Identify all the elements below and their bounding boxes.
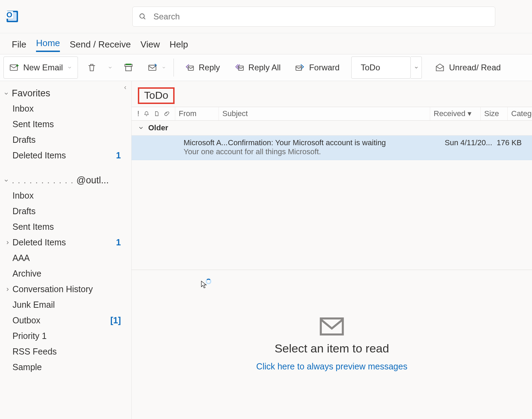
folder-count: [1]: [110, 315, 131, 325]
folder-count: 1: [116, 237, 131, 247]
mouse-cursor: [201, 281, 211, 288]
account-aaa[interactable]: AAA: [0, 250, 131, 266]
reply-button[interactable]: Reply: [179, 56, 225, 79]
favorites-drafts[interactable]: Drafts: [0, 132, 131, 148]
column-icons[interactable]: !: [132, 107, 175, 120]
favorites-header[interactable]: Favorites: [0, 85, 131, 101]
tab-home[interactable]: Home: [36, 38, 60, 52]
search-input[interactable]: [153, 12, 489, 21]
account-rss-feeds[interactable]: RSS Feeds: [0, 344, 131, 359]
reply-label: Reply: [199, 63, 220, 72]
folder-label: Archive: [12, 269, 41, 279]
busy-spinner-icon: [206, 279, 211, 284]
folder-count: 1: [116, 150, 131, 160]
sort-desc-icon: ▾: [468, 109, 471, 118]
list-header: ToDo: [132, 81, 532, 107]
unread-read-button[interactable]: Unread/ Read: [429, 56, 506, 79]
favorites-deleted-items[interactable]: Deleted Items 1: [0, 148, 131, 163]
reading-pane: Select an item to read Click here to alw…: [132, 270, 532, 419]
chevron-right-icon: [5, 287, 10, 292]
account-label: @outl...: [77, 175, 109, 186]
new-email-button[interactable]: New Email: [3, 56, 78, 79]
always-preview-link[interactable]: Click here to always preview messages: [256, 361, 407, 372]
column-size[interactable]: Size: [481, 107, 508, 120]
account-outbox[interactable]: Outbox [1]: [0, 313, 131, 328]
chevron-down-icon: [138, 125, 144, 131]
account-header[interactable]: . . . . . . . . . . . @outl...: [0, 172, 131, 188]
account-conversation-history[interactable]: Conversation History: [0, 281, 131, 297]
forward-button[interactable]: Forward: [290, 56, 345, 79]
folder-label: Sample: [12, 362, 42, 372]
account-archive[interactable]: Archive: [0, 266, 131, 281]
chevron-down-icon: [414, 65, 419, 70]
move-to-folder-input[interactable]: [361, 63, 406, 72]
folder-label: Junk Email: [12, 300, 55, 310]
message-preview: Your one account for all things Microsof…: [184, 147, 524, 156]
importance-icon: !: [137, 109, 139, 118]
chevron-down-icon: [162, 66, 166, 70]
reading-pane-title: Select an item to read: [275, 342, 389, 355]
tab-view[interactable]: View: [141, 39, 160, 52]
delete-dropdown[interactable]: [106, 56, 115, 79]
column-headers: ! From Subject Received ▾ Size Catego: [132, 107, 532, 121]
chevron-down-icon: [3, 91, 9, 96]
svg-rect-6: [126, 67, 131, 71]
reminder-icon: [144, 111, 149, 116]
folder-label: Deleted Items: [12, 150, 66, 160]
column-received[interactable]: Received ▾: [430, 107, 481, 120]
favorites-inbox[interactable]: Inbox: [0, 101, 131, 116]
svg-line-1: [144, 17, 145, 19]
delete-button[interactable]: [81, 56, 102, 79]
menu-bar: File Home Send / Receive View Help: [0, 33, 532, 54]
move-to-folder-dropdown[interactable]: [411, 56, 422, 79]
search-icon: [139, 13, 147, 20]
move-dropdown-button[interactable]: [142, 56, 171, 79]
folder-label: RSS Feeds: [12, 347, 57, 357]
attachment-icon: [164, 111, 169, 116]
account-inbox[interactable]: Inbox: [0, 188, 131, 203]
archive-button[interactable]: [118, 56, 139, 79]
search-box[interactable]: [132, 7, 495, 27]
tab-help[interactable]: Help: [169, 39, 188, 52]
reply-icon: [185, 63, 195, 72]
column-subject[interactable]: Subject: [219, 107, 430, 120]
reply-all-button[interactable]: Reply All: [229, 56, 286, 79]
favorites-sent-items[interactable]: Sent Items: [0, 116, 131, 132]
message-subject: Confirmation: Your Microsoft account is …: [228, 138, 445, 147]
move-to-folder[interactable]: [345, 56, 422, 79]
account-redacted: . . . . . . . . . . .: [12, 175, 74, 186]
account-junk-email[interactable]: Junk Email: [0, 297, 131, 313]
folder-label: Sent Items: [12, 119, 54, 129]
group-label: Older: [148, 123, 168, 132]
outlook-app-icon: [7, 11, 18, 22]
column-categories[interactable]: Catego: [508, 107, 532, 120]
message-row[interactable]: Microsoft A... Confirmation: Your Micros…: [132, 136, 532, 160]
account-deleted-items[interactable]: Deleted Items 1: [0, 235, 131, 250]
chevron-down-icon: [67, 65, 72, 70]
title-bar: [0, 0, 532, 33]
svg-rect-13: [321, 318, 343, 334]
account-sample[interactable]: Sample: [0, 359, 131, 375]
chevron-down-icon: [108, 65, 113, 70]
folder-label: Conversation History: [12, 284, 93, 294]
folder-nav: ‹ Favorites Inbox Sent Items Drafts Dele…: [0, 81, 132, 419]
account-priority-1[interactable]: Priority 1: [0, 328, 131, 344]
folder-label: AAA: [12, 253, 30, 263]
group-older[interactable]: Older: [132, 121, 532, 136]
new-email-label: New Email: [23, 63, 63, 72]
tab-send-receive[interactable]: Send / Receive: [70, 39, 131, 52]
account-sent-items[interactable]: Sent Items: [0, 219, 131, 235]
list-empty-space: [132, 160, 532, 270]
svg-point-0: [140, 14, 144, 18]
mail-open-icon: [435, 63, 445, 72]
ribbon: New Email Reply Reply All Forward: [0, 54, 532, 81]
account-drafts[interactable]: Drafts: [0, 203, 131, 219]
forward-icon: [295, 63, 305, 72]
collapse-nav-button[interactable]: ‹: [124, 83, 126, 91]
folder-label: Inbox: [12, 191, 34, 201]
chevron-right-icon: [5, 240, 10, 245]
main-area: ‹ Favorites Inbox Sent Items Drafts Dele…: [0, 81, 532, 419]
tab-file[interactable]: File: [12, 39, 26, 52]
unread-read-label: Unread/ Read: [449, 63, 500, 72]
column-from[interactable]: From: [175, 107, 219, 120]
